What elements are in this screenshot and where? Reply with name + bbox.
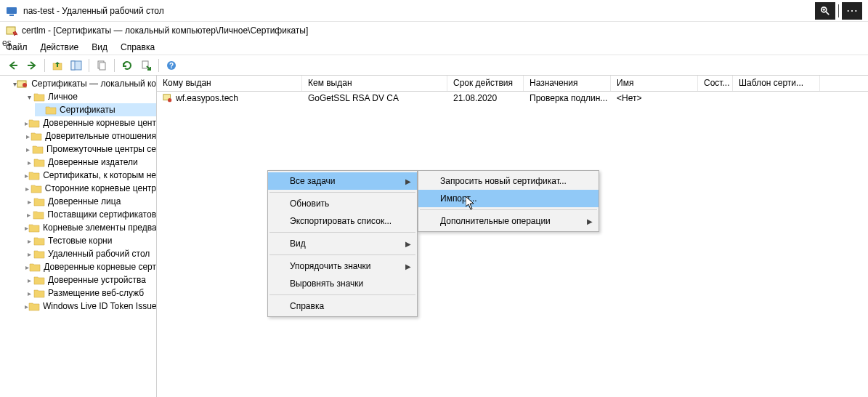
tree-item[interactable]: ▸Доверенные лица	[23, 195, 156, 208]
forward-button[interactable]	[23, 57, 41, 73]
show-hide-tree-button[interactable]	[68, 57, 85, 73]
context-menu-all-tasks[interactable]: Запросить новый сертификат...Импорт...До…	[418, 170, 599, 232]
tree-item-label: Доверенные лица	[48, 196, 121, 206]
list-pane[interactable]: Кому выданКем выданСрок действияНазначен…	[157, 76, 868, 397]
tree-root[interactable]: ▾ Сертификаты — локальный ко	[12, 77, 156, 90]
column-header[interactable]: Имя	[611, 76, 698, 91]
svg-point-18	[168, 98, 171, 102]
menu-view[interactable]: Вид	[92, 42, 108, 52]
list-body[interactable]: wf.easypos.techGoGetSSL RSA DV CA21.08.2…	[157, 92, 868, 397]
expander-icon[interactable]: ▸	[25, 132, 31, 140]
svg-point-16	[23, 83, 27, 87]
menu-item[interactable]: Выровнять значки	[268, 275, 417, 292]
expander-icon[interactable]: ▸	[25, 289, 33, 297]
table-cell: <Нет>	[611, 92, 698, 104]
tree-item[interactable]: Сертификаты	[35, 103, 156, 116]
tree-item[interactable]: ▸Доверенные издатели	[23, 156, 156, 169]
folder-icon	[31, 131, 42, 141]
tree-item[interactable]: ▸Доверенные корневые серт	[23, 260, 156, 273]
folder-icon	[33, 196, 45, 206]
rdp-titlebar: nas-test - Удаленный рабочий стол ⋯	[0, 0, 868, 22]
rdp-icon	[6, 5, 17, 17]
tree-item[interactable]: ▸Поставщики сертификатов	[23, 208, 156, 221]
tree-item[interactable]: ▸Доверенные корневые цент	[23, 116, 156, 129]
export-list-button[interactable]	[137, 57, 155, 73]
column-header[interactable]: Кому выдан	[157, 76, 302, 91]
table-row[interactable]: wf.easypos.techGoGetSSL RSA DV CA21.08.2…	[157, 92, 868, 105]
svg-line-3	[826, 11, 829, 14]
help-button[interactable]: ?	[163, 57, 180, 73]
menu-item[interactable]: Справка	[268, 297, 417, 315]
certificate-icon	[163, 93, 173, 103]
column-header[interactable]: Сост...	[698, 76, 733, 91]
folder-icon	[33, 236, 45, 246]
tree-item-label: Сторонние корневые центр	[45, 183, 156, 193]
tree-item[interactable]: ▸Сторонние корневые центр	[23, 182, 156, 195]
menu-item[interactable]: Экспортировать список...	[268, 212, 417, 230]
table-cell: 21.08.2020	[447, 92, 524, 104]
folder-icon	[33, 92, 45, 102]
tree-item-label: Корневые элементы предва	[43, 222, 157, 233]
tree-item-label: Доверенные корневые цент	[43, 118, 156, 128]
tree-item[interactable]: ▸Доверенные устройства	[23, 273, 156, 286]
context-menu-main[interactable]: Все задачи▶ОбновитьЭкспортировать список…	[267, 170, 418, 317]
tree-item[interactable]: ▸Сертификаты, к которым не	[23, 169, 156, 182]
table-cell: Проверка подлин...	[524, 92, 611, 104]
table-cell	[698, 97, 733, 99]
list-header: Кому выданКем выданСрок действияНазначен…	[157, 76, 868, 92]
tree-item-label: Удаленный рабочий стол	[48, 249, 150, 259]
refresh-button[interactable]	[118, 57, 136, 73]
menu-help[interactable]: Справка	[121, 42, 155, 52]
menu-item[interactable]: Все задачи▶	[268, 172, 417, 190]
mmc-titlebar: certlm - [Сертификаты — локальный компью…	[0, 22, 868, 39]
tree-item[interactable]: ▸Тестовые корни	[23, 234, 156, 247]
expander-icon[interactable]: ▸	[25, 185, 31, 193]
folder-icon	[28, 222, 40, 233]
menu-item[interactable]: Импорт...	[418, 190, 599, 207]
expander-icon[interactable]: ▸	[25, 276, 33, 284]
folder-icon	[33, 209, 44, 220]
table-cell: GoGetSSL RSA DV CA	[302, 92, 447, 104]
folder-icon	[28, 301, 40, 311]
menu-item[interactable]: Обновить	[268, 195, 417, 212]
tree-item-label: Тестовые корни	[48, 236, 112, 246]
tree-item[interactable]: ▸Windows Live ID Token Issuer	[23, 300, 156, 313]
submenu-arrow-icon: ▶	[405, 240, 411, 248]
tree-item[interactable]: ▸Промежуточные центры се	[23, 143, 156, 156]
expander-icon[interactable]: ▸	[25, 250, 33, 258]
tree-item[interactable]: ▸Размещение веб-служб	[23, 286, 156, 300]
expander-icon[interactable]: ▸	[25, 198, 33, 206]
zoom-button[interactable]	[815, 2, 835, 20]
mmc-title: certlm - [Сертификаты — локальный компью…	[22, 25, 308, 36]
folder-icon	[45, 105, 57, 115]
tree-item[interactable]: ▾Личное	[23, 90, 156, 103]
tree-item-label: Размещение веб-служб	[48, 288, 144, 298]
tree-item[interactable]: ▸Корневые элементы предва	[23, 221, 156, 234]
expander-icon[interactable]: ▸	[25, 145, 32, 153]
tree-pane[interactable]: ▾ Сертификаты — локальный ко ▾ЛичноеСерт…	[12, 76, 157, 397]
certlm-icon	[6, 25, 17, 36]
expander-icon[interactable]: ▸	[25, 237, 33, 245]
tree-item[interactable]: ▸Удаленный рабочий стол	[23, 247, 156, 260]
menu-item[interactable]: Упорядочить значки▶	[268, 257, 417, 275]
tree-item[interactable]: ▸Доверительные отношения	[23, 129, 156, 143]
menu-item[interactable]: Запросить новый сертификат...	[418, 172, 599, 190]
expander-icon[interactable]: ▸	[25, 159, 33, 167]
tree-item-label: Сертификаты	[60, 105, 115, 115]
column-header[interactable]: Срок действия	[447, 76, 524, 91]
column-header[interactable]: Кем выдан	[302, 76, 447, 91]
expander-icon[interactable]: ▾	[25, 93, 33, 101]
folder-icon	[29, 262, 41, 272]
folder-icon	[33, 249, 45, 259]
back-button[interactable]	[4, 57, 22, 73]
menu-action[interactable]: Действие	[41, 42, 79, 52]
expander-icon[interactable]: ▸	[25, 211, 33, 219]
menu-item[interactable]: Вид▶	[268, 235, 417, 252]
up-button[interactable]	[49, 57, 66, 73]
menu-item[interactable]: Дополнительные операции▶	[418, 212, 599, 230]
more-button[interactable]: ⋯	[842, 2, 862, 20]
copy-button[interactable]	[93, 57, 110, 73]
column-header[interactable]: Назначения	[524, 76, 611, 91]
column-header[interactable]: Шаблон серти...	[733, 76, 820, 91]
tree-item-label: Поставщики сертификатов	[47, 209, 156, 220]
